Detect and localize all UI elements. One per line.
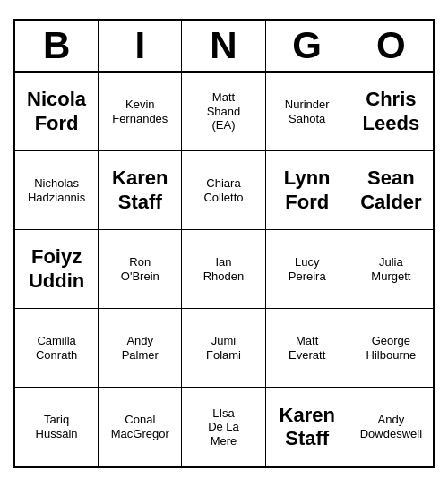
bingo-cell: RonO'Brein <box>99 230 182 309</box>
bingo-cell-text: LynnFord <box>284 167 331 214</box>
bingo-cell: NicolaFord <box>15 73 99 151</box>
bingo-cell-text: MattShand(EA) <box>207 90 241 132</box>
bingo-cell-text: TariqHussain <box>36 413 78 440</box>
bingo-cell: AndyDowdeswell <box>349 388 433 466</box>
bingo-header-letter: O <box>349 21 433 71</box>
bingo-cell-text: RonO'Brein <box>121 255 159 283</box>
bingo-header: BINGO <box>15 21 433 73</box>
bingo-cell: AndyPalmer <box>99 309 182 388</box>
bingo-cell-text: SeanCalder <box>360 167 421 214</box>
bingo-cell: JuliaMurgett <box>349 230 433 309</box>
bingo-cell: TariqHussain <box>15 388 99 466</box>
bingo-cell: ConalMacGregor <box>99 388 182 466</box>
bingo-header-letter: B <box>15 21 99 71</box>
bingo-cell: ChrisLeeds <box>349 73 433 151</box>
bingo-cell: CamillaConrath <box>15 309 99 388</box>
bingo-cell-text: ChrisLeeds <box>363 88 420 135</box>
bingo-cell: KarenStaff <box>99 151 182 230</box>
bingo-cell-text: AndyDowdeswell <box>360 413 422 440</box>
bingo-card: BINGO NicolaFordKevinFernandesMattShand(… <box>13 19 435 468</box>
bingo-cell: KarenStaff <box>266 388 349 466</box>
bingo-cell-text: NicolaFord <box>27 88 86 135</box>
bingo-cell-text: NurinderSahota <box>285 98 330 125</box>
bingo-cell-text: CamillaConrath <box>36 334 77 362</box>
bingo-cell: FoiyzUddin <box>15 230 99 309</box>
bingo-cell: SeanCalder <box>349 151 433 230</box>
bingo-cell-text: KarenStaff <box>112 167 168 214</box>
bingo-cell-text: KevinFernandes <box>112 98 168 125</box>
bingo-header-letter: G <box>266 21 349 71</box>
bingo-cell-text: IanRhoden <box>203 255 245 283</box>
bingo-cell: ChiaraColletto <box>182 151 265 230</box>
bingo-cell: MattEveratt <box>266 309 349 388</box>
bingo-cell-text: NicholasHadziannis <box>28 176 85 204</box>
bingo-cell-text: ConalMacGregor <box>111 413 169 440</box>
bingo-cell-text: LucyPereira <box>289 255 326 283</box>
bingo-cell-text: MattEveratt <box>289 334 325 362</box>
bingo-cell: NurinderSahota <box>266 73 349 151</box>
bingo-cell: JumiFolami <box>182 309 265 388</box>
bingo-cell: LynnFord <box>266 151 349 230</box>
bingo-cell-text: ChiaraColletto <box>203 176 243 204</box>
bingo-grid: NicolaFordKevinFernandesMattShand(EA)Nur… <box>15 73 433 466</box>
bingo-cell: MattShand(EA) <box>182 73 265 151</box>
bingo-cell: LIsaDe LaMere <box>182 388 265 466</box>
bingo-cell-text: KarenStaff <box>280 404 335 451</box>
bingo-cell-text: AndyPalmer <box>122 334 159 362</box>
bingo-cell: KevinFernandes <box>99 73 182 151</box>
bingo-cell-text: JuliaMurgett <box>371 255 410 283</box>
bingo-cell: NicholasHadziannis <box>15 151 99 230</box>
bingo-cell-text: JumiFolami <box>206 334 241 362</box>
bingo-cell-text: FoiyzUddin <box>29 245 84 293</box>
bingo-header-letter: N <box>182 21 265 71</box>
bingo-header-letter: I <box>99 21 182 71</box>
bingo-cell-text: LIsaDe LaMere <box>208 406 239 449</box>
bingo-cell: IanRhoden <box>182 230 265 309</box>
bingo-cell: LucyPereira <box>266 230 349 309</box>
bingo-cell: GeorgeHilbourne <box>349 309 433 388</box>
bingo-cell-text: GeorgeHilbourne <box>366 334 417 362</box>
